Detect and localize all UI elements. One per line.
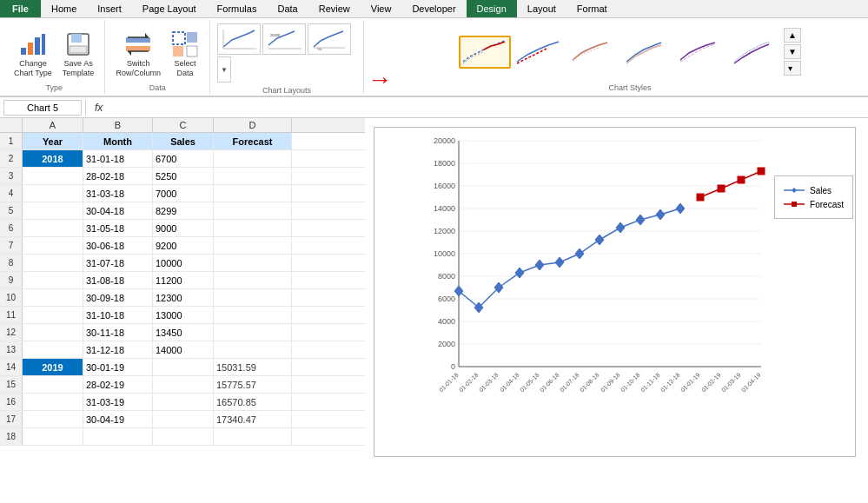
chart-area[interactable]: 20000 18000 16000 14000 12000 10000 8000… <box>365 118 868 466</box>
cell-a6[interactable] <box>23 220 83 236</box>
cell-b14[interactable]: 30-01-19 <box>83 359 153 375</box>
cell-b6[interactable]: 31-05-18 <box>83 220 153 236</box>
tab-developer[interactable]: Developer <box>401 0 466 17</box>
cell-c5[interactable]: 8299 <box>153 202 214 219</box>
cell-b7[interactable]: 30-06-18 <box>83 237 153 254</box>
cell-d10[interactable] <box>214 289 292 306</box>
formula-input[interactable] <box>108 101 865 115</box>
cell-a15[interactable] <box>23 376 83 393</box>
cell-b15[interactable]: 28-02-19 <box>83 376 153 393</box>
cell-c16[interactable] <box>153 394 214 410</box>
cell-c3[interactable]: 5250 <box>153 168 214 184</box>
cell-a12[interactable] <box>23 324 83 341</box>
cell-d5[interactable] <box>214 202 292 219</box>
cell-c17[interactable] <box>153 411 214 427</box>
tab-view[interactable]: View <box>361 0 402 17</box>
cell-a8[interactable] <box>23 255 83 271</box>
cell-d13[interactable] <box>214 341 292 358</box>
col-header-b[interactable]: B <box>83 118 153 132</box>
cell-b8[interactable]: 31-07-18 <box>83 255 153 271</box>
chart-styles-more[interactable]: ▾ <box>784 61 801 76</box>
tab-format[interactable]: Format <box>567 0 618 17</box>
cell-d14[interactable]: 15031.59 <box>214 359 292 375</box>
chart-style-3[interactable] <box>567 36 619 69</box>
cell-d9[interactable] <box>214 272 292 288</box>
cell-a11[interactable] <box>23 307 83 323</box>
cell-b13[interactable]: 31-12-18 <box>83 341 153 358</box>
cell-c15[interactable] <box>153 376 214 393</box>
cell-d17[interactable]: 17340.47 <box>214 411 292 427</box>
cell-c13[interactable]: 14000 <box>153 341 214 358</box>
cell-a1[interactable]: Year <box>23 133 83 149</box>
cell-d7[interactable] <box>214 237 292 254</box>
cell-b4[interactable]: 31-03-18 <box>83 185 153 202</box>
chart-style-5[interactable] <box>674 36 726 69</box>
cell-d18[interactable] <box>214 428 292 445</box>
layout-1[interactable] <box>217 23 261 55</box>
cell-b2[interactable]: 31-01-18 <box>83 150 153 167</box>
cell-d3[interactable] <box>214 168 292 184</box>
switch-row-column-button[interactable]: SwitchRow/Column <box>112 29 164 80</box>
tab-formulas[interactable]: Formulas <box>207 0 268 17</box>
cell-d2[interactable] <box>214 150 292 167</box>
chart-style-4[interactable] <box>620 36 673 69</box>
cell-c14[interactable] <box>153 359 214 375</box>
chart-container[interactable]: 20000 18000 16000 14000 12000 10000 8000… <box>374 127 856 457</box>
tab-layout[interactable]: Layout <box>517 0 567 17</box>
cell-d8[interactable] <box>214 255 292 271</box>
cell-c4[interactable]: 7000 <box>153 185 214 202</box>
cell-a14[interactable]: 2019 <box>23 359 83 375</box>
tab-page-layout[interactable]: Page Layout <box>132 0 207 17</box>
col-header-c[interactable]: C <box>153 118 214 132</box>
tab-design[interactable]: Design <box>467 0 517 17</box>
cell-a17[interactable] <box>23 411 83 427</box>
cell-b18[interactable] <box>83 428 153 445</box>
cell-a7[interactable] <box>23 237 83 254</box>
cell-b5[interactable]: 30-04-18 <box>83 202 153 219</box>
col-header-a[interactable]: A <box>23 118 83 132</box>
cell-a4[interactable] <box>23 185 83 202</box>
cell-d15[interactable]: 15775.57 <box>214 376 292 393</box>
cell-c10[interactable]: 12300 <box>153 289 214 306</box>
chart-style-6[interactable] <box>728 36 780 69</box>
select-data-button[interactable]: SelectData <box>168 29 202 80</box>
cell-b17[interactable]: 30-04-19 <box>83 411 153 427</box>
tab-data[interactable]: Data <box>267 0 308 17</box>
cell-a3[interactable] <box>23 168 83 184</box>
save-as-template-button[interactable]: Save AsTemplate <box>59 29 98 80</box>
tab-insert[interactable]: Insert <box>87 0 132 17</box>
cell-c1[interactable]: Sales <box>153 133 214 149</box>
cell-b9[interactable]: 31-08-18 <box>83 272 153 288</box>
cell-d16[interactable]: 16570.85 <box>214 394 292 410</box>
cell-d12[interactable] <box>214 324 292 341</box>
cell-b12[interactable]: 30-11-18 <box>83 324 153 341</box>
cell-b1[interactable]: Month <box>83 133 153 149</box>
cell-d1[interactable]: Forecast <box>214 133 292 149</box>
cell-c18[interactable] <box>153 428 214 445</box>
cell-b11[interactable]: 31-10-18 <box>83 307 153 323</box>
cell-c8[interactable]: 10000 <box>153 255 214 271</box>
chart-style-2[interactable] <box>513 36 565 69</box>
cell-a9[interactable] <box>23 272 83 288</box>
cell-c11[interactable]: 13000 <box>153 307 214 323</box>
cell-b3[interactable]: 28-02-18 <box>83 168 153 184</box>
chart-styles-up[interactable]: ▲ <box>784 28 801 43</box>
file-tab[interactable]: File <box>0 0 41 17</box>
cell-a13[interactable] <box>23 341 83 358</box>
layout-2[interactable]: 20000 <box>262 23 306 55</box>
cell-d11[interactable] <box>214 307 292 323</box>
chart-styles-down[interactable]: ▼ <box>784 44 801 59</box>
change-chart-type-button[interactable]: ChangeChart Type <box>10 29 56 80</box>
cell-c9[interactable]: 11200 <box>153 272 214 288</box>
tab-review[interactable]: Review <box>308 0 361 17</box>
tab-home[interactable]: Home <box>41 0 87 17</box>
cell-a18[interactable] <box>23 428 83 445</box>
cell-c2[interactable]: 6700 <box>153 150 214 167</box>
cell-a5[interactable] <box>23 202 83 219</box>
layout-dropdown[interactable]: ▼ <box>217 56 231 83</box>
col-header-d[interactable]: D <box>214 118 292 132</box>
cell-d4[interactable] <box>214 185 292 202</box>
layout-3[interactable]: Title <box>308 23 351 55</box>
cell-a16[interactable] <box>23 394 83 410</box>
cell-d6[interactable] <box>214 220 292 236</box>
